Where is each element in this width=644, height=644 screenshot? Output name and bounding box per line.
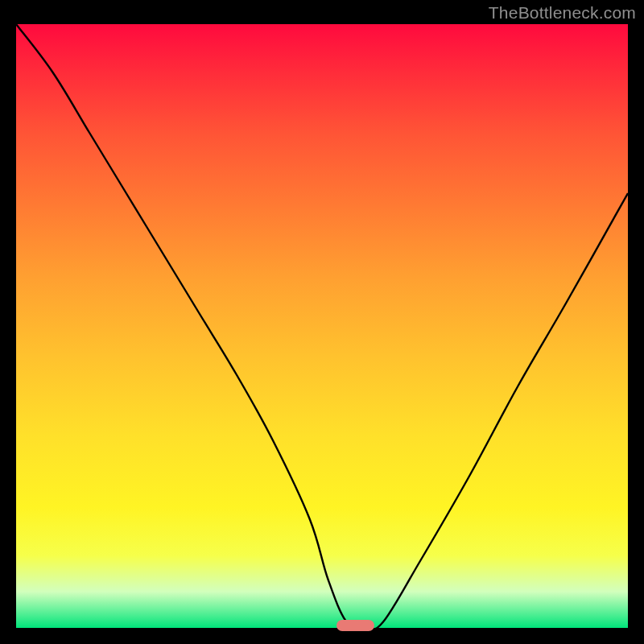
plot-area (16, 24, 628, 628)
optimal-marker (336, 620, 374, 631)
bottleneck-curve (16, 24, 628, 628)
attribution-text: TheBottleneck.com (489, 3, 636, 23)
curve-path (16, 24, 628, 628)
chart-frame: TheBottleneck.com (0, 0, 644, 644)
